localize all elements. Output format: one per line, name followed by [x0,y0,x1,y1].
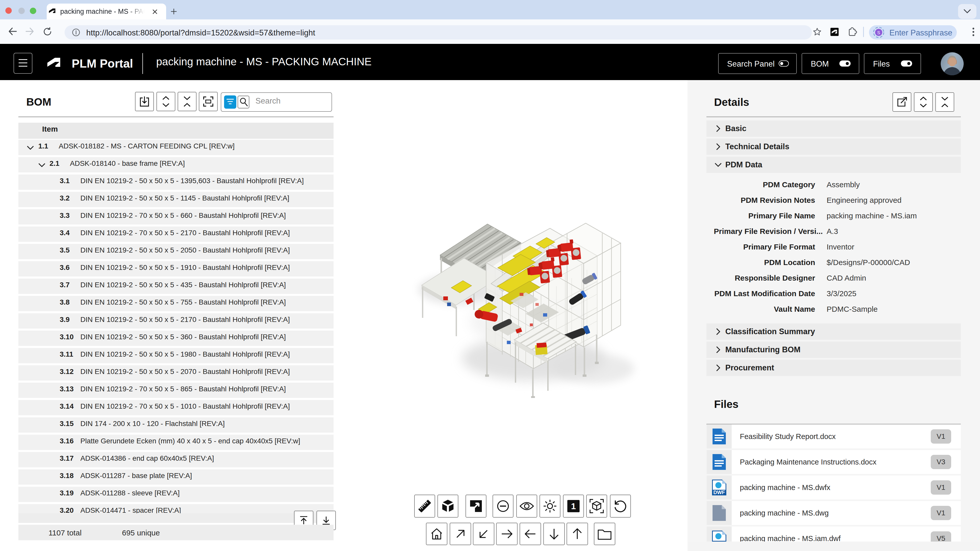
svg-text:DWF: DWF [713,489,725,495]
svg-text:1: 1 [571,501,576,511]
svg-text:S: S [877,30,880,35]
